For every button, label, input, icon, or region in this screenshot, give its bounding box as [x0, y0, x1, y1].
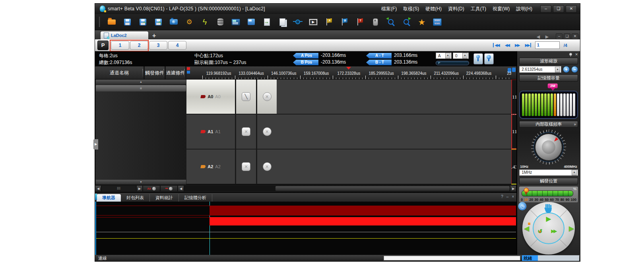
hardware-tools-icon[interactable]: ⚙ — [184, 16, 195, 27]
a-marker-pin-button[interactable] — [473, 53, 483, 64]
waveform-a2[interactable]: 786.432ms — [511, 150, 516, 185]
first-page-button[interactable]: ◀◀ — [493, 43, 500, 47]
page-button-3[interactable]: 3 — [149, 41, 167, 50]
bottom-tab-1[interactable]: 封包列表 — [121, 194, 150, 202]
page-button-4[interactable]: 4 — [168, 41, 186, 50]
doc-minimize-button[interactable]: ‒ — [556, 33, 563, 39]
toolbar-grip[interactable] — [99, 17, 100, 27]
channel-name-cell[interactable]: A0A0 — [186, 80, 236, 114]
bottom-tab-3[interactable]: 記憶體分析 — [179, 194, 212, 202]
doc-restore-button[interactable]: ❏ — [564, 33, 570, 39]
search-forward-icon[interactable]: ► — [401, 16, 412, 27]
channel-scroll-left-button[interactable]: ◀ — [95, 185, 101, 192]
trigger-position-bar[interactable] — [522, 190, 573, 196]
header-filter-condition[interactable]: 過濾條件 — [166, 66, 185, 79]
falling-edge-icon[interactable]: ╲ — [242, 92, 250, 101]
menu-item-1[interactable]: 取樣(S) — [401, 5, 421, 13]
flag-b-icon[interactable]: B — [339, 16, 350, 27]
pin-icon[interactable] — [569, 53, 572, 56]
wave-scroll-left-button[interactable]: ◀ — [178, 185, 184, 192]
flag-t-icon[interactable]: T — [354, 16, 365, 27]
minimize-button[interactable]: – — [540, 5, 551, 13]
search-backward-icon[interactable]: ◄ — [385, 16, 396, 27]
channel-select[interactable]: 0▾ — [453, 52, 469, 59]
b-marker-pin-button[interactable] — [484, 53, 494, 64]
waveform-snapshot-1-button[interactable]: ᴧᴧ — [143, 185, 160, 192]
play-button[interactable]: ▶ — [546, 215, 551, 223]
dont-care-icon[interactable]: ✕ — [263, 92, 272, 101]
trigger-position-marker[interactable] — [524, 188, 529, 193]
channel-row-a2[interactable]: A2A2✕✕ — [186, 150, 511, 185]
window-layout-icon[interactable] — [246, 16, 257, 27]
prev-page-button[interactable]: ◀◀ — [504, 43, 510, 47]
channel-name-cell[interactable]: A2A2 — [186, 150, 236, 184]
waveform-scrollbar[interactable] — [184, 185, 510, 192]
screenshot-icon[interactable] — [168, 16, 179, 27]
dont-care-icon[interactable]: ✕ — [242, 162, 250, 171]
pan-right-button[interactable]: ▶ — [569, 224, 574, 233]
add-tab-button[interactable]: + — [152, 32, 156, 39]
channel-row-a0[interactable]: A0A0╲✕ — [186, 80, 511, 115]
scrollbar-grip[interactable] — [96, 85, 186, 91]
panel-minimize-button[interactable]: ‒ — [506, 194, 509, 199]
restore-button[interactable]: ❏ — [553, 5, 564, 13]
pan-left-button[interactable]: ◀ — [524, 224, 529, 233]
header-trigger-condition[interactable]: 觸發條件 — [145, 66, 166, 79]
page-p-button[interactable]: P — [97, 41, 109, 50]
page-button-1[interactable]: 1 — [111, 41, 129, 50]
next-page-button[interactable]: ▶▶ — [514, 43, 520, 47]
dont-care-icon[interactable]: ✕ — [263, 127, 272, 136]
p-slider[interactable]: P — [436, 61, 469, 65]
a-t-badge[interactable]: A - T — [366, 53, 392, 58]
time-ruler[interactable]: 119.968192us133.034464us146.100736us159.… — [186, 66, 511, 80]
menu-item-5[interactable]: 視窗(W) — [490, 5, 512, 13]
device-panel-icon[interactable] — [230, 16, 241, 27]
export-data-icon[interactable]: → — [261, 16, 272, 27]
frequency-select[interactable]: 1MHz▾ — [519, 169, 578, 176]
memory-capacity-widget[interactable]: 2M — [519, 84, 578, 119]
wave-scroll-right-button[interactable]: ▶ — [510, 185, 516, 192]
panel-help-button[interactable]: ? — [501, 194, 503, 199]
dont-care-icon[interactable]: ✕ — [263, 162, 272, 171]
open-file-icon[interactable] — [106, 16, 117, 27]
tab-scroll-right[interactable]: ▶ — [543, 34, 551, 39]
close-icon[interactable]: ✕ — [575, 52, 578, 56]
bus-connector-icon[interactable] — [292, 16, 303, 27]
b-pos-badge[interactable]: B Pos — [293, 60, 318, 65]
scroll-down-button[interactable]: ▼ — [96, 180, 186, 185]
panel-close-button[interactable]: × — [512, 194, 514, 199]
channel-name-cell[interactable]: A1A1 — [186, 115, 236, 149]
memory-bars[interactable] — [519, 91, 578, 119]
vertical-scrollbar[interactable]: ▲ ▶ ▼ — [95, 80, 186, 185]
compare-documents-icon[interactable] — [277, 16, 288, 27]
menu-item-2[interactable]: 硬體(H) — [423, 5, 444, 13]
bottom-tab-0[interactable]: 導航器 — [97, 194, 121, 202]
channel-row-a1[interactable]: A1A1✕✕ — [186, 115, 511, 150]
more-icon[interactable]: » — [574, 122, 576, 126]
doc-close-button[interactable]: ✕ — [572, 33, 578, 39]
menu-item-0[interactable]: 檔案(F) — [379, 5, 399, 13]
header-channel-name[interactable]: 通道名稱 — [95, 66, 145, 79]
replay-button[interactable]: ↺ — [537, 228, 543, 235]
close-button[interactable]: ✕ — [566, 5, 577, 13]
cursor-select[interactable]: A▾ — [436, 52, 452, 59]
channel-scrollbar[interactable] — [101, 185, 136, 192]
binary-view-icon[interactable]: 0101 0101 — [432, 16, 443, 27]
favorites-icon[interactable]: ★ — [416, 16, 427, 27]
flag-a-icon[interactable]: A — [323, 16, 334, 27]
a-pos-badge[interactable]: A Pos — [293, 53, 318, 58]
scroll-up-button[interactable]: ▲ — [96, 80, 186, 84]
acquisition-icon[interactable]: ϟ — [199, 16, 210, 27]
time-clock-button[interactable]: ◷ — [518, 202, 527, 210]
last-page-button[interactable]: ▶▶ — [524, 43, 531, 47]
channel-scroll-right-button[interactable]: ▶ — [136, 185, 143, 192]
probe-device-icon[interactable] — [370, 16, 381, 27]
memory-database-icon[interactable] — [215, 16, 226, 27]
panel-expander-button[interactable]: ▶ — [93, 139, 98, 150]
menu-item-3[interactable]: 資料(D) — [446, 5, 467, 13]
b-t-badge[interactable]: B - T — [366, 60, 392, 65]
waveform-player-icon[interactable]: ▶ — [308, 16, 319, 27]
waveform-a1[interactable]: 115us6us5us37us38us28us28us37us37us38us5… — [511, 115, 516, 150]
save-config-icon[interactable]: ✱ — [153, 16, 164, 27]
frequency-knob[interactable] — [535, 134, 562, 161]
